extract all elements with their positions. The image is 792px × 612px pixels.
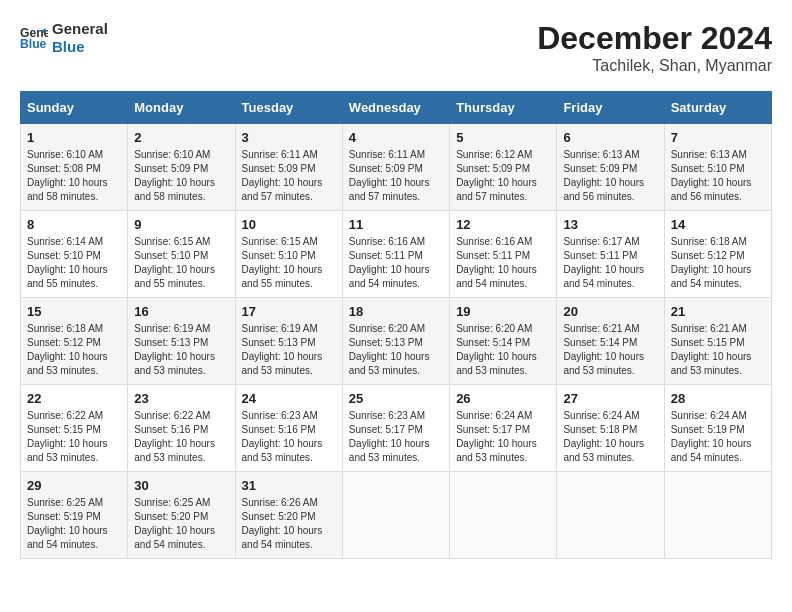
day-detail: Sunrise: 6:25 AM Sunset: 5:19 PM Dayligh… [27,496,121,552]
calendar-cell: 9 Sunrise: 6:15 AM Sunset: 5:10 PM Dayli… [128,211,235,298]
title-block: December 2024 Tachilek, Shan, Myanmar [537,20,772,75]
day-detail: Sunrise: 6:10 AM Sunset: 5:09 PM Dayligh… [134,148,228,204]
day-number: 27 [563,391,657,406]
calendar-cell: 12 Sunrise: 6:16 AM Sunset: 5:11 PM Dayl… [450,211,557,298]
day-number: 3 [242,130,336,145]
day-number: 9 [134,217,228,232]
calendar-cell: 13 Sunrise: 6:17 AM Sunset: 5:11 PM Dayl… [557,211,664,298]
calendar-cell: 27 Sunrise: 6:24 AM Sunset: 5:18 PM Dayl… [557,385,664,472]
calendar-cell: 23 Sunrise: 6:22 AM Sunset: 5:16 PM Dayl… [128,385,235,472]
day-number: 21 [671,304,765,319]
calendar-cell: 18 Sunrise: 6:20 AM Sunset: 5:13 PM Dayl… [342,298,449,385]
day-number: 16 [134,304,228,319]
day-detail: Sunrise: 6:21 AM Sunset: 5:15 PM Dayligh… [671,322,765,378]
day-detail: Sunrise: 6:19 AM Sunset: 5:13 PM Dayligh… [134,322,228,378]
day-detail: Sunrise: 6:15 AM Sunset: 5:10 PM Dayligh… [134,235,228,291]
calendar-week-2: 8 Sunrise: 6:14 AM Sunset: 5:10 PM Dayli… [21,211,772,298]
day-number: 6 [563,130,657,145]
header-thursday: Thursday [450,92,557,124]
calendar-cell: 15 Sunrise: 6:18 AM Sunset: 5:12 PM Dayl… [21,298,128,385]
header-wednesday: Wednesday [342,92,449,124]
logo-line1: General [52,20,108,38]
day-number: 8 [27,217,121,232]
day-detail: Sunrise: 6:10 AM Sunset: 5:08 PM Dayligh… [27,148,121,204]
calendar-week-5: 29 Sunrise: 6:25 AM Sunset: 5:19 PM Dayl… [21,472,772,559]
calendar-cell: 8 Sunrise: 6:14 AM Sunset: 5:10 PM Dayli… [21,211,128,298]
calendar-cell: 30 Sunrise: 6:25 AM Sunset: 5:20 PM Dayl… [128,472,235,559]
header-tuesday: Tuesday [235,92,342,124]
day-detail: Sunrise: 6:18 AM Sunset: 5:12 PM Dayligh… [671,235,765,291]
calendar-cell: 25 Sunrise: 6:23 AM Sunset: 5:17 PM Dayl… [342,385,449,472]
calendar-cell: 1 Sunrise: 6:10 AM Sunset: 5:08 PM Dayli… [21,124,128,211]
calendar-header-row: SundayMondayTuesdayWednesdayThursdayFrid… [21,92,772,124]
calendar-cell: 28 Sunrise: 6:24 AM Sunset: 5:19 PM Dayl… [664,385,771,472]
page-header: General Blue General Blue December 2024 … [20,20,772,75]
page-title: December 2024 [537,20,772,57]
day-detail: Sunrise: 6:22 AM Sunset: 5:16 PM Dayligh… [134,409,228,465]
day-number: 2 [134,130,228,145]
day-detail: Sunrise: 6:14 AM Sunset: 5:10 PM Dayligh… [27,235,121,291]
calendar-cell: 22 Sunrise: 6:22 AM Sunset: 5:15 PM Dayl… [21,385,128,472]
day-number: 5 [456,130,550,145]
day-number: 23 [134,391,228,406]
calendar-cell [450,472,557,559]
day-number: 18 [349,304,443,319]
calendar-cell: 11 Sunrise: 6:16 AM Sunset: 5:11 PM Dayl… [342,211,449,298]
day-number: 30 [134,478,228,493]
calendar-cell: 5 Sunrise: 6:12 AM Sunset: 5:09 PM Dayli… [450,124,557,211]
day-number: 15 [27,304,121,319]
day-number: 11 [349,217,443,232]
day-detail: Sunrise: 6:12 AM Sunset: 5:09 PM Dayligh… [456,148,550,204]
calendar-cell: 29 Sunrise: 6:25 AM Sunset: 5:19 PM Dayl… [21,472,128,559]
calendar-cell [557,472,664,559]
day-detail: Sunrise: 6:22 AM Sunset: 5:15 PM Dayligh… [27,409,121,465]
day-detail: Sunrise: 6:17 AM Sunset: 5:11 PM Dayligh… [563,235,657,291]
day-detail: Sunrise: 6:13 AM Sunset: 5:10 PM Dayligh… [671,148,765,204]
day-detail: Sunrise: 6:21 AM Sunset: 5:14 PM Dayligh… [563,322,657,378]
day-number: 24 [242,391,336,406]
day-detail: Sunrise: 6:16 AM Sunset: 5:11 PM Dayligh… [456,235,550,291]
day-detail: Sunrise: 6:23 AM Sunset: 5:17 PM Dayligh… [349,409,443,465]
logo: General Blue General Blue [20,20,108,56]
day-detail: Sunrise: 6:11 AM Sunset: 5:09 PM Dayligh… [349,148,443,204]
header-sunday: Sunday [21,92,128,124]
day-number: 28 [671,391,765,406]
day-detail: Sunrise: 6:25 AM Sunset: 5:20 PM Dayligh… [134,496,228,552]
day-number: 10 [242,217,336,232]
day-number: 29 [27,478,121,493]
day-detail: Sunrise: 6:24 AM Sunset: 5:17 PM Dayligh… [456,409,550,465]
calendar-cell: 10 Sunrise: 6:15 AM Sunset: 5:10 PM Dayl… [235,211,342,298]
day-detail: Sunrise: 6:20 AM Sunset: 5:13 PM Dayligh… [349,322,443,378]
calendar-week-4: 22 Sunrise: 6:22 AM Sunset: 5:15 PM Dayl… [21,385,772,472]
day-number: 14 [671,217,765,232]
calendar-cell: 6 Sunrise: 6:13 AM Sunset: 5:09 PM Dayli… [557,124,664,211]
day-detail: Sunrise: 6:23 AM Sunset: 5:16 PM Dayligh… [242,409,336,465]
page-subtitle: Tachilek, Shan, Myanmar [537,57,772,75]
calendar-cell: 7 Sunrise: 6:13 AM Sunset: 5:10 PM Dayli… [664,124,771,211]
day-detail: Sunrise: 6:11 AM Sunset: 5:09 PM Dayligh… [242,148,336,204]
day-detail: Sunrise: 6:13 AM Sunset: 5:09 PM Dayligh… [563,148,657,204]
day-number: 4 [349,130,443,145]
day-detail: Sunrise: 6:20 AM Sunset: 5:14 PM Dayligh… [456,322,550,378]
day-detail: Sunrise: 6:18 AM Sunset: 5:12 PM Dayligh… [27,322,121,378]
calendar-cell [664,472,771,559]
calendar-week-1: 1 Sunrise: 6:10 AM Sunset: 5:08 PM Dayli… [21,124,772,211]
header-friday: Friday [557,92,664,124]
day-number: 25 [349,391,443,406]
calendar-cell: 3 Sunrise: 6:11 AM Sunset: 5:09 PM Dayli… [235,124,342,211]
calendar-cell: 21 Sunrise: 6:21 AM Sunset: 5:15 PM Dayl… [664,298,771,385]
calendar-cell: 31 Sunrise: 6:26 AM Sunset: 5:20 PM Dayl… [235,472,342,559]
day-detail: Sunrise: 6:24 AM Sunset: 5:19 PM Dayligh… [671,409,765,465]
calendar-cell: 4 Sunrise: 6:11 AM Sunset: 5:09 PM Dayli… [342,124,449,211]
day-number: 7 [671,130,765,145]
header-monday: Monday [128,92,235,124]
calendar-cell: 14 Sunrise: 6:18 AM Sunset: 5:12 PM Dayl… [664,211,771,298]
calendar-cell: 17 Sunrise: 6:19 AM Sunset: 5:13 PM Dayl… [235,298,342,385]
day-number: 26 [456,391,550,406]
day-detail: Sunrise: 6:15 AM Sunset: 5:10 PM Dayligh… [242,235,336,291]
calendar-week-3: 15 Sunrise: 6:18 AM Sunset: 5:12 PM Dayl… [21,298,772,385]
day-detail: Sunrise: 6:24 AM Sunset: 5:18 PM Dayligh… [563,409,657,465]
calendar-cell [342,472,449,559]
day-detail: Sunrise: 6:26 AM Sunset: 5:20 PM Dayligh… [242,496,336,552]
logo-icon: General Blue [20,24,48,52]
